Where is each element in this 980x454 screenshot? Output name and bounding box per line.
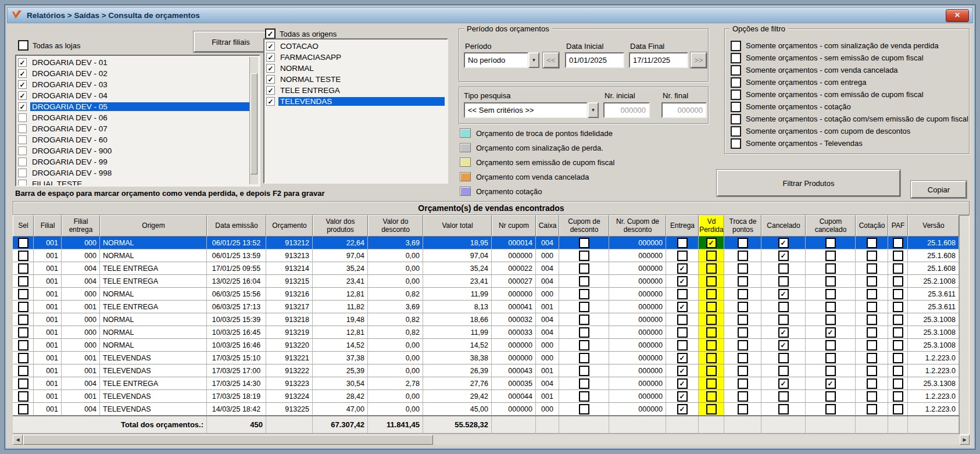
cell-sel-checkbox[interactable] [18, 391, 28, 402]
all-origins-option[interactable]: ✓ Todas as origens [265, 28, 337, 39]
store-list-item[interactable]: DROGARIA DEV - 900 [18, 145, 250, 156]
cell-cancelado-checkbox[interactable] [778, 302, 789, 312]
table-row[interactable]: 001004TELE ENTREGA13/02/25 16:0491321523… [13, 275, 959, 288]
filter-option[interactable]: Somente orçamentos - sem emissão de cupo… [731, 52, 965, 64]
cell-entrega-checkbox[interactable]: ✓ [677, 391, 688, 402]
cell-cupom-desconto-checkbox[interactable] [579, 378, 589, 389]
store-list-item-checkbox[interactable]: ✓ [18, 102, 27, 111]
cell-sel-checkbox[interactable] [18, 340, 28, 351]
column-header[interactable]: Cotação [856, 215, 888, 237]
cell-cupom-desconto-checkbox[interactable] [579, 391, 589, 402]
cell-entrega-checkbox[interactable]: ✓ [677, 276, 688, 287]
origin-list-item-checkbox[interactable]: ✓ [266, 42, 275, 51]
cell-cotacao-checkbox[interactable] [867, 353, 877, 363]
cell-paf-checkbox[interactable] [893, 327, 903, 338]
cell-cupom-cancelado-checkbox[interactable] [825, 404, 836, 414]
cell-vd-perdida-checkbox[interactable] [706, 366, 717, 376]
store-list-item-checkbox[interactable] [18, 113, 27, 122]
cell-entrega-checkbox[interactable] [677, 327, 688, 338]
store-list-item-checkbox[interactable]: ✓ [18, 69, 27, 78]
cell-vd-perdida-checkbox[interactable] [706, 353, 717, 363]
origin-list-item[interactable]: ✓TELE ENTREGA [266, 85, 445, 96]
cell-cupom-desconto-checkbox[interactable] [579, 314, 589, 325]
period-next-button[interactable]: >> [691, 52, 707, 68]
column-header[interactable]: Troca de pontos [724, 215, 761, 237]
cell-cotacao-checkbox[interactable] [867, 366, 877, 376]
cell-entrega-checkbox[interactable]: ✓ [677, 404, 688, 414]
scroll-left-icon[interactable]: ◀ [13, 435, 23, 445]
cell-vd-perdida-checkbox[interactable] [706, 340, 717, 351]
filter-option-checkbox[interactable] [731, 102, 741, 112]
cell-entrega-checkbox[interactable] [677, 340, 688, 351]
cell-sel-checkbox[interactable] [18, 353, 28, 363]
cell-sel-checkbox[interactable] [18, 276, 28, 287]
filter-branches-button[interactable]: Filtrar filiais [194, 31, 268, 52]
cell-entrega-checkbox[interactable]: ✓ [677, 263, 688, 274]
cell-sel-checkbox[interactable] [18, 289, 28, 299]
cell-cupom-desconto-checkbox[interactable] [579, 238, 589, 248]
cell-vd-perdida-checkbox[interactable] [706, 263, 717, 274]
cell-vd-perdida-checkbox[interactable] [706, 314, 717, 325]
cell-troca-pontos-checkbox[interactable] [738, 366, 748, 376]
cell-troca-pontos-checkbox[interactable] [738, 302, 748, 312]
stores-listbox[interactable]: ✓DROGARIA DEV - 01✓DROGARIA DEV - 02✓DRO… [15, 55, 260, 187]
scrollbar-thumb[interactable] [23, 435, 433, 445]
column-header[interactable]: Data emissão [207, 215, 266, 237]
column-header[interactable]: Orçamento [266, 215, 313, 237]
cell-sel-checkbox[interactable] [18, 302, 28, 312]
search-type-dropdown-arrow-icon[interactable]: ▼ [588, 102, 599, 118]
cell-cotacao-checkbox[interactable] [867, 238, 877, 248]
table-row[interactable]: 001000NORMAL10/03/25 15:3991321819,480,8… [13, 313, 959, 326]
copy-button[interactable]: Copiar [911, 181, 967, 198]
cell-cupom-cancelado-checkbox[interactable]: ✓ [825, 327, 836, 338]
cell-cupom-cancelado-checkbox[interactable] [825, 314, 836, 325]
cell-cupom-cancelado-checkbox[interactable] [825, 391, 836, 402]
filter-option[interactable]: Somente orçamentos - Televendas [731, 137, 965, 149]
cell-troca-pontos-checkbox[interactable] [738, 353, 748, 363]
origin-list-item[interactable]: ✓NORMAL TESTE [266, 74, 445, 85]
cell-entrega-checkbox[interactable]: ✓ [677, 378, 688, 389]
cell-paf-checkbox[interactable] [893, 251, 903, 261]
cell-cancelado-checkbox[interactable] [778, 366, 789, 376]
cell-paf-checkbox[interactable] [893, 276, 903, 287]
origin-list-item-checkbox[interactable]: ✓ [266, 86, 275, 95]
store-list-item-checkbox[interactable] [18, 146, 27, 155]
close-button[interactable]: ✕ [946, 9, 969, 22]
store-list-item-checkbox[interactable]: ✓ [18, 80, 27, 89]
cell-paf-checkbox[interactable] [893, 314, 903, 325]
cell-paf-checkbox[interactable] [893, 404, 903, 414]
filter-option[interactable]: Somente orçamentos - cotação [731, 101, 965, 113]
cell-cotacao-checkbox[interactable] [867, 340, 877, 351]
filter-option-checkbox[interactable] [731, 41, 741, 51]
filter-option[interactable]: Somente orçamentos - com cupom de descon… [731, 125, 965, 137]
cell-paf-checkbox[interactable] [893, 391, 903, 402]
store-list-item[interactable]: ✓DROGARIA DEV - 03 [18, 79, 250, 90]
cell-sel-checkbox[interactable] [18, 404, 28, 414]
column-header[interactable]: Cupom cancelado [806, 215, 856, 237]
period-dropdown-arrow-icon[interactable]: ▼ [528, 52, 539, 68]
cell-vd-perdida-checkbox[interactable] [706, 302, 717, 312]
cell-vd-perdida-checkbox[interactable] [706, 404, 717, 414]
store-list-item[interactable]: DROGARIA DEV - 07 [18, 123, 250, 134]
cell-sel-checkbox[interactable] [18, 238, 28, 248]
nr-start-input[interactable]: 000000 [603, 102, 650, 118]
cell-troca-pontos-checkbox[interactable] [738, 251, 748, 261]
table-row[interactable]: 001004TELE ENTREGA17/01/25 09:5591321435… [13, 262, 959, 275]
column-header[interactable]: Versão [908, 215, 959, 237]
cell-cotacao-checkbox[interactable] [867, 302, 877, 312]
stores-scrollbar[interactable] [249, 57, 258, 184]
cell-cancelado-checkbox[interactable]: ✓ [778, 251, 789, 261]
store-list-item-checkbox[interactable] [18, 169, 27, 177]
cell-cupom-desconto-checkbox[interactable] [579, 327, 589, 338]
cell-cupom-desconto-checkbox[interactable] [579, 366, 589, 376]
cell-troca-pontos-checkbox[interactable] [738, 327, 748, 338]
origin-list-item[interactable]: ✓NORMAL [266, 63, 445, 74]
cell-paf-checkbox[interactable] [893, 263, 903, 274]
cell-cotacao-checkbox[interactable] [867, 251, 877, 261]
cell-cotacao-checkbox[interactable] [867, 263, 877, 274]
cell-cotacao-checkbox[interactable] [867, 289, 877, 299]
column-header[interactable]: Cupom de desconto [559, 215, 609, 237]
cell-cupom-desconto-checkbox[interactable] [579, 251, 589, 261]
filter-option-checkbox[interactable] [731, 114, 741, 124]
period-combobox[interactable]: No período ▼ [464, 52, 539, 68]
